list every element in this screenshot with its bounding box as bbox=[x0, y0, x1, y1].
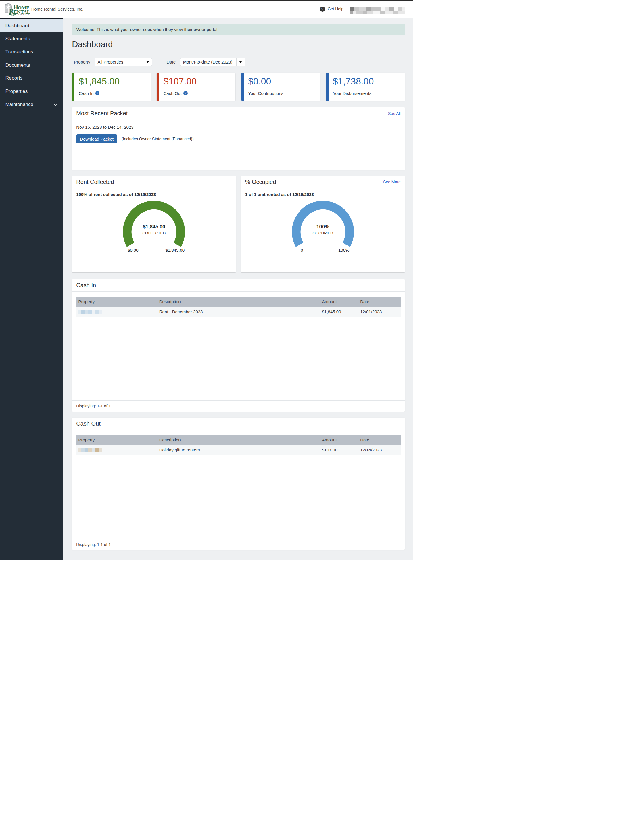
svg-text:SERVICES: SERVICES bbox=[18, 13, 30, 16]
svg-text:R: R bbox=[9, 8, 14, 15]
